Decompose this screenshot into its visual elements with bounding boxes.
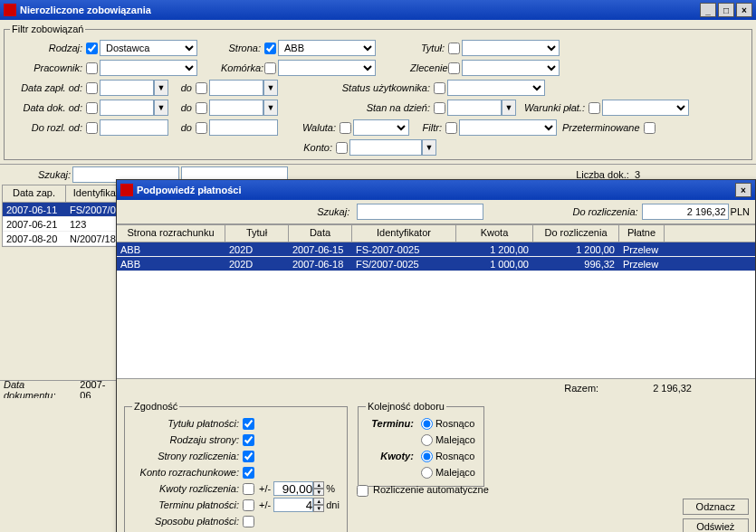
strona-combo[interactable]: ABB <box>278 40 376 56</box>
sub-cell: FS-2007-0025 <box>352 244 456 255</box>
zg-strona-chk[interactable] <box>243 451 254 462</box>
stan-label: Stan na dzień: <box>332 102 432 113</box>
komorka-combo[interactable] <box>278 60 376 76</box>
zg-dni: dni <box>326 499 340 510</box>
sub-cell: 2007-06-15 <box>289 244 352 255</box>
datazapl-od-input[interactable] <box>100 80 154 96</box>
zg-rodzaj-chk[interactable] <box>243 434 254 446</box>
zg-kwoty-chk[interactable] <box>243 483 254 495</box>
datazapl-od-drop[interactable] <box>154 80 168 96</box>
odznacz-button[interactable]: Odznacz <box>683 499 749 515</box>
zlecenie-combo[interactable] <box>462 60 560 76</box>
sub-col-5[interactable]: Do rozliczenia <box>533 225 619 242</box>
pracownik-combo[interactable] <box>100 60 197 76</box>
sub-close-button[interactable]: × <box>735 183 751 197</box>
dorozl-label: Do rozl. od: <box>10 122 84 133</box>
sub-col-4[interactable]: Kwota <box>456 225 533 242</box>
sub-dorozl-currency: PLN <box>731 206 750 217</box>
stan-checkbox[interactable] <box>434 102 445 114</box>
zg-termin-chk[interactable] <box>243 499 254 511</box>
datazapl-checkbox[interactable] <box>86 82 98 94</box>
zlecenie-label: Zlecenie: <box>410 62 446 73</box>
sub-col-0[interactable]: Strona rozrachunku <box>117 225 225 242</box>
close-button[interactable]: × <box>736 3 752 17</box>
sub-szukaj-input[interactable] <box>357 204 483 220</box>
filter-group: Filtr zobowiązań Rodzaj: Dostawca Strona… <box>4 24 752 160</box>
odswiez-button[interactable]: Odśwież <box>683 518 749 532</box>
komorka-label: Komórka: <box>221 62 263 73</box>
filtr2-combo[interactable] <box>459 119 557 136</box>
sub-col-3[interactable]: Identyfikator <box>352 225 456 242</box>
sub-col-6[interactable]: Płatne <box>619 225 665 242</box>
dorozl-od-input[interactable] <box>100 119 168 136</box>
zg-termin-spin[interactable]: ▲▼ <box>313 498 324 512</box>
kol-terminu-rosnaco[interactable] <box>421 418 433 430</box>
zg-sposob-chk[interactable] <box>243 516 254 527</box>
sub-row[interactable]: ABB202D2007-06-15FS-2007-00251 200,001 2… <box>117 242 755 257</box>
datadok-do-input[interactable] <box>209 100 263 116</box>
main-titlebar: Nierozliczone zobowiązania _ □ × <box>0 0 756 20</box>
waluta-checkbox[interactable] <box>340 122 351 134</box>
datadok-checkbox[interactable] <box>86 102 98 114</box>
datazapl-do-drop[interactable] <box>263 80 278 96</box>
razem-label: Razem: <box>564 383 598 394</box>
datazapl-do-input[interactable] <box>209 80 263 96</box>
sub-col-1[interactable]: Tytuł <box>225 225 289 242</box>
rodzaj-checkbox[interactable] <box>86 43 98 54</box>
datadok-od-input[interactable] <box>100 100 154 116</box>
main-col-0[interactable]: Data zap. <box>3 185 66 202</box>
main-title: Nierozliczone zobowiązania <box>20 5 151 15</box>
warunki-checkbox[interactable] <box>589 102 600 114</box>
warunki-label: Warunki płat.: <box>516 102 587 113</box>
przeterm-checkbox[interactable] <box>644 122 656 134</box>
dorozl-checkbox[interactable] <box>86 122 98 134</box>
sub-cell: 1 200,00 <box>456 244 533 255</box>
datadok-label: Data dok. od: <box>10 102 84 113</box>
sub-col-2[interactable]: Data <box>289 225 352 242</box>
kol-terminu-malejaco[interactable] <box>421 434 433 446</box>
tytul-combo[interactable] <box>462 40 560 56</box>
zg-tytul-label: Tytułu płatności: <box>132 418 241 429</box>
konto-input[interactable] <box>349 139 422 156</box>
maximize-button[interactable]: □ <box>718 3 734 17</box>
zg-kwoty-input[interactable] <box>273 481 313 496</box>
sub-cell: 1 000,00 <box>456 259 533 270</box>
rozlauto-checkbox[interactable] <box>357 485 368 497</box>
warunki-combo[interactable] <box>602 100 689 116</box>
zg-tytul-chk[interactable] <box>243 418 254 430</box>
komorka-checkbox[interactable] <box>264 62 276 74</box>
waluta-combo[interactable] <box>353 119 409 136</box>
sub-dorozl-input[interactable] <box>642 204 729 220</box>
pracownik-checkbox[interactable] <box>86 62 98 74</box>
kol-kwoty-malejaco[interactable] <box>421 467 433 479</box>
datazapl-do-checkbox[interactable] <box>196 82 207 94</box>
minimize-button[interactable]: _ <box>700 3 716 17</box>
stan-input[interactable] <box>447 100 502 116</box>
sub-window: Podpowiedź płatności × Szukaj: Do rozlic… <box>116 179 756 532</box>
datadok-od-drop[interactable] <box>154 100 168 116</box>
statusuz-combo[interactable] <box>447 80 545 96</box>
dorozl-do-checkbox[interactable] <box>196 122 207 134</box>
filtr2-checkbox[interactable] <box>445 122 457 134</box>
tytul-checkbox[interactable] <box>448 43 460 54</box>
strona-checkbox[interactable] <box>264 43 276 54</box>
datadok-do-drop[interactable] <box>263 100 278 116</box>
datadok-do-checkbox[interactable] <box>196 102 207 114</box>
sub-cell: ABB <box>117 244 225 255</box>
kol-rosnaco-2: Rosnąco <box>435 451 474 461</box>
statusuz-checkbox[interactable] <box>434 82 445 94</box>
datazapl-label: Data zapł. od: <box>10 82 84 93</box>
zg-kwoty-spin[interactable]: ▲▼ <box>313 481 324 496</box>
stan-drop[interactable] <box>502 100 516 116</box>
sub-row[interactable]: ABB202D2007-06-18FS/2007-00251 000,00996… <box>117 257 755 271</box>
rodzaj-combo[interactable]: Dostawca <box>100 40 197 56</box>
zg-termin-input[interactable] <box>273 498 313 512</box>
zg-konto-chk[interactable] <box>243 467 254 479</box>
konto-checkbox[interactable] <box>336 142 348 154</box>
kol-kwoty-rosnaco[interactable] <box>421 451 433 462</box>
status-bar: Data dokumentu: 2007-06 <box>0 380 116 398</box>
dorozl-do-input[interactable] <box>209 119 278 136</box>
konto-drop[interactable] <box>422 139 436 156</box>
sub-cell: Przelew <box>619 259 665 270</box>
zlecenie-checkbox[interactable] <box>448 62 460 74</box>
